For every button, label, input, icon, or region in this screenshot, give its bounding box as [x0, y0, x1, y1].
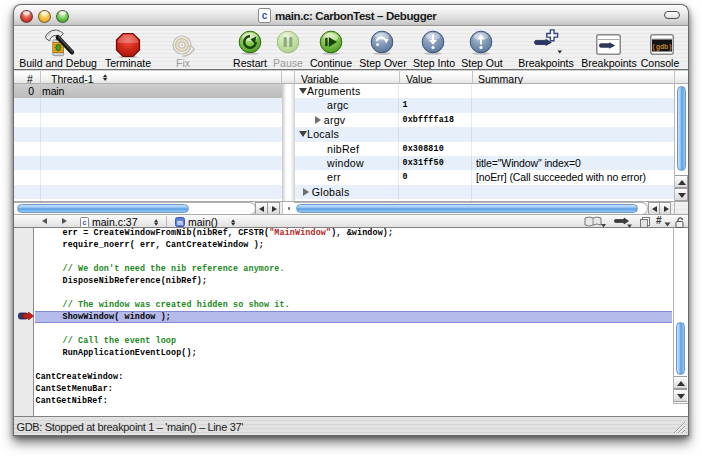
- svg-text:(gdb): (gdb): [651, 43, 672, 51]
- svg-text:m: m: [177, 219, 183, 226]
- svg-text:c: c: [262, 10, 268, 21]
- svg-text:c: c: [83, 219, 87, 226]
